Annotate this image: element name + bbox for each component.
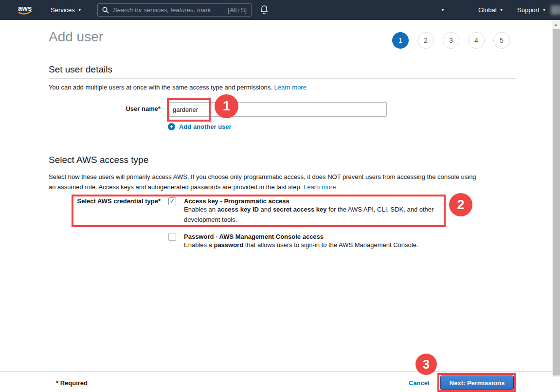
annotation-circle-3: 3 [415,354,437,375]
scrollbar-thumb[interactable] [553,29,560,375]
top-nav-bar: aws Services ▼ Search for services, feat… [0,0,560,20]
page-title: Add user [49,29,103,45]
intro-text: You can add multiple users at once with … [49,84,274,91]
support-label: Support [517,6,540,14]
footer-divider [0,371,552,372]
add-another-user-label: Add another user [179,123,232,130]
section-divider [49,169,516,169]
aws-logo-text: aws [18,4,32,12]
annotation-circle-2: 2 [449,193,472,216]
add-user-page: aws Services ▼ Search for services, feat… [0,0,560,392]
password-option-title: Password - AWS Management Console access [184,233,324,240]
step-4-indicator: 4 [468,32,485,49]
desc-bold: password [214,241,243,249]
section-divider [49,78,516,79]
services-menu[interactable]: Services ▼ [51,0,82,20]
user-details-heading: Set user details [49,64,112,75]
desc-text: and [259,206,273,213]
required-note: * Required [56,379,88,387]
next-permissions-button[interactable]: Next: Permissions [440,375,514,390]
desc-text: Enables an [184,206,217,213]
search-icon [102,7,109,14]
step-2-indicator: 2 [417,32,434,49]
chevron-down-icon: ▼ [441,8,445,12]
access-type-intro-line2: an assumed role. Access keys and autogen… [49,183,336,191]
search-shortcut-hint: [Alt+S] [228,6,247,14]
notifications-bell[interactable] [260,5,270,15]
username-label: User name* [49,105,161,112]
desc-bold: access key ID [217,206,259,213]
scrollbar-up-arrow[interactable]: ▲ [552,21,560,28]
learn-more-link[interactable]: Learn more [304,183,336,191]
password-option-description: Enables a password that allows users to … [184,240,476,250]
intro-text: an assumed role. Access keys and autogen… [49,183,304,191]
desc-text: that allows users to sign-in to the AWS … [243,241,418,249]
aws-logo[interactable]: aws [17,3,34,18]
services-label: Services [51,6,75,14]
account-menu[interactable]: ▼ [275,0,448,20]
cancel-button[interactable]: Cancel [409,379,430,387]
region-menu[interactable]: Global ▼ [478,0,504,20]
support-menu[interactable]: Support ▼ [517,0,546,20]
access-key-option-title: Access key - Programmatic access [184,197,289,205]
vertical-scrollbar[interactable]: ▲ [552,20,560,377]
chevron-down-icon: ▼ [78,8,82,12]
step-5-indicator: 5 [493,32,510,49]
desc-bold: secret access key [273,206,327,213]
step-1-indicator: 1 [392,32,409,49]
chevron-down-icon: ▼ [500,8,504,12]
aws-logo-icon: aws [17,3,34,16]
credential-type-label: Select AWS credential type* [49,197,161,205]
search-placeholder: Search for services, features, mark [113,6,224,14]
user-details-intro: You can add multiple users at once with … [49,84,307,91]
username-input[interactable] [168,102,387,117]
learn-more-link[interactable]: Learn more [274,84,306,91]
region-label: Global [478,6,497,14]
account-name-redacted [551,5,560,15]
check-icon: ✓ [170,197,175,205]
access-key-option-description: Enables an access key ID and secret acce… [184,204,451,225]
password-checkbox[interactable] [168,233,176,241]
access-type-heading: Select AWS access type [49,155,148,165]
bell-icon [260,5,269,15]
desc-text: Enables a [184,241,214,249]
plus-circle-icon: + [168,123,175,130]
add-another-user-button[interactable]: + Add another user [168,123,232,130]
wizard-step-indicator: 1 2 3 4 5 [392,32,510,49]
chevron-down-icon: ▼ [542,8,546,12]
access-type-intro-line1: Select how these users will primarily ac… [49,173,476,180]
access-key-checkbox[interactable]: ✓ [168,197,176,205]
global-search[interactable]: Search for services, features, mark [Alt… [97,3,252,17]
step-3-indicator: 3 [443,32,459,49]
